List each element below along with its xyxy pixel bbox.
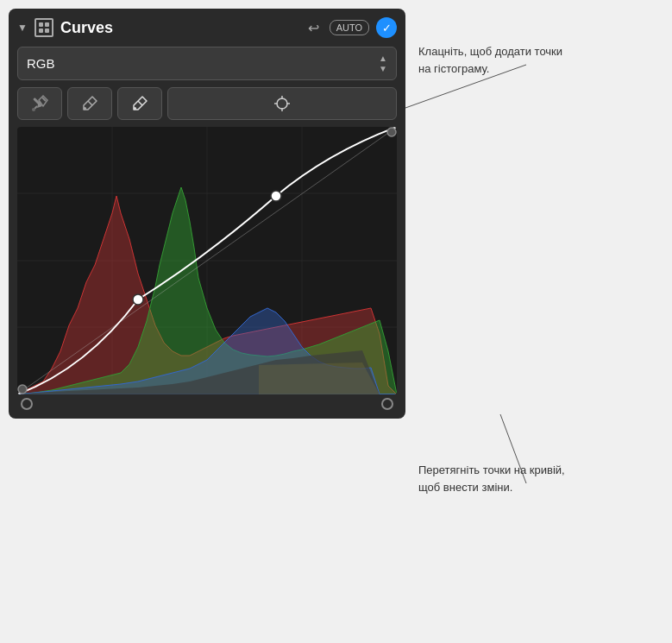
grid-icon xyxy=(35,18,53,37)
curve-anchor-right xyxy=(387,128,396,136)
connector-lines xyxy=(405,9,663,596)
channel-dropdown[interactable]: RGB ▲ ▼ xyxy=(17,47,397,80)
mid-point-button[interactable] xyxy=(67,87,112,120)
right-handle[interactable] xyxy=(381,398,393,410)
confirm-button[interactable]: ✓ xyxy=(376,17,397,38)
curve-anchor-left xyxy=(18,385,27,394)
histogram-svg xyxy=(17,127,397,394)
svg-point-2 xyxy=(32,108,35,111)
crosshair-icon xyxy=(273,94,292,113)
histogram-area[interactable] xyxy=(17,127,397,394)
panel-title: Curves xyxy=(60,19,298,37)
checkmark-icon: ✓ xyxy=(382,22,392,35)
white-eyedropper-icon xyxy=(130,94,149,113)
add-points-annotation: Клацніть, щоб додати точки на гістограму… xyxy=(418,43,574,77)
channel-label: RGB xyxy=(27,56,55,71)
drag-points-text: Перетягніть точки на кривій, щоб внести … xyxy=(418,462,574,495)
add-points-text: Клацніть, щоб додати точки на гістограму… xyxy=(418,43,574,77)
svg-point-7 xyxy=(134,107,136,110)
bottom-handles xyxy=(17,398,397,410)
svg-point-8 xyxy=(277,98,287,109)
svg-point-5 xyxy=(84,107,86,110)
app-container: ▼ Curves ↩ AUTO ✓ RGB ▲ ▼ xyxy=(9,9,663,419)
black-point-button[interactable] xyxy=(17,87,62,120)
dropdown-arrows: ▲ ▼ xyxy=(379,54,387,73)
undo-button[interactable]: ↩ xyxy=(305,18,323,38)
gray-eyedropper-icon xyxy=(80,94,99,113)
add-points-button[interactable] xyxy=(167,87,397,120)
curve-point-2 xyxy=(271,191,281,201)
black-eyedropper-icon xyxy=(30,94,49,113)
drag-points-annotation: Перетягніть точки на кривій, щоб внести … xyxy=(418,462,574,495)
svg-line-4 xyxy=(88,101,92,105)
svg-line-1 xyxy=(35,106,37,109)
curves-panel: ▼ Curves ↩ AUTO ✓ RGB ▲ ▼ xyxy=(9,9,405,419)
left-handle[interactable] xyxy=(21,398,33,410)
auto-button[interactable]: AUTO xyxy=(330,20,369,35)
svg-line-6 xyxy=(138,101,142,105)
curve-point-1 xyxy=(133,294,143,305)
tools-row xyxy=(17,87,397,120)
collapse-arrow[interactable]: ▼ xyxy=(17,22,28,34)
white-point-button[interactable] xyxy=(117,87,162,120)
panel-header: ▼ Curves ↩ AUTO ✓ xyxy=(17,17,397,38)
